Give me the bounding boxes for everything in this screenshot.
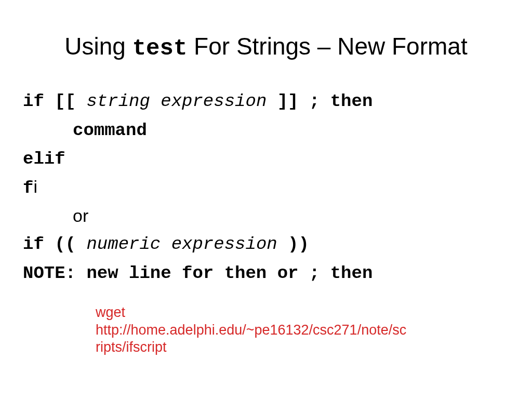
if-numeric-tail: )) bbox=[277, 234, 309, 254]
code-line-5: or bbox=[23, 202, 509, 230]
if-keyword: if [[ bbox=[23, 91, 86, 111]
wget-line-2: http://home.adelphi.edu/~pe16132/csc271/… bbox=[96, 322, 449, 339]
fi-f: f bbox=[23, 178, 33, 198]
slide-body: if [[ string expression ]] ; then comman… bbox=[0, 86, 532, 356]
string-expression: string expression bbox=[86, 91, 267, 111]
if-tail: ]] ; then bbox=[267, 91, 373, 111]
command-text: command bbox=[73, 121, 147, 140]
code-line-4: fi bbox=[23, 173, 509, 202]
numeric-expression: numeric expression bbox=[86, 234, 277, 254]
code-line-3: elif bbox=[23, 144, 509, 173]
wget-line-3: ripts/ifscript bbox=[96, 339, 449, 356]
note-text: NOTE: new line for then or ; then bbox=[23, 263, 373, 283]
wget-line-1: wget bbox=[96, 304, 449, 322]
title-prefix: Using bbox=[64, 33, 132, 60]
code-line-2: command bbox=[23, 115, 509, 144]
code-line-6: if (( numeric expression )) bbox=[23, 229, 509, 258]
or-text: or bbox=[73, 206, 88, 225]
fi-i: i bbox=[33, 177, 37, 196]
wget-link-block: wget http://home.adelphi.edu/~pe16132/cs… bbox=[23, 304, 449, 356]
elif-keyword: elif bbox=[23, 149, 65, 169]
code-line-1: if [[ string expression ]] ; then bbox=[23, 86, 509, 115]
code-line-7: NOTE: new line for then or ; then bbox=[23, 258, 509, 287]
if-numeric: if (( bbox=[23, 234, 86, 254]
slide-title: Using test For Strings – New Format bbox=[0, 0, 532, 86]
slide: Using test For Strings – New Format if [… bbox=[0, 0, 532, 399]
title-suffix: For Strings – New Format bbox=[187, 33, 467, 60]
title-code: test bbox=[132, 35, 188, 61]
